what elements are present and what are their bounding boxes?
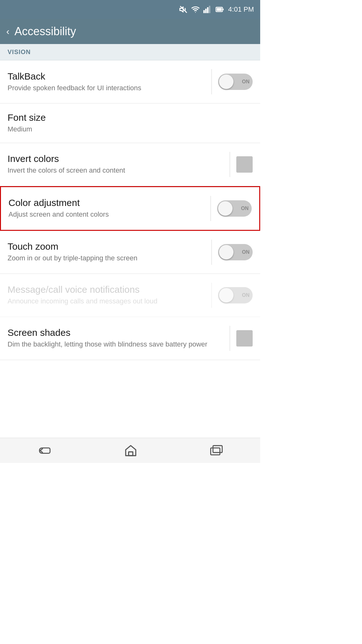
screen-shades-item[interactable]: Screen shades Dim the backlight, letting… xyxy=(0,317,260,360)
nav-recents-button[interactable] xyxy=(210,445,224,457)
color-adjustment-control: OFF ON xyxy=(211,196,252,221)
toggle-on-label: ON xyxy=(242,79,250,85)
toggle-knob xyxy=(218,201,233,216)
toggle-knob xyxy=(219,288,233,303)
bottom-navigation xyxy=(0,438,260,463)
header: ‹ Accessibility xyxy=(0,19,260,44)
message-call-voice-text: Message/call voice notifications Announc… xyxy=(8,284,211,306)
screen-shades-title: Screen shades xyxy=(8,327,223,338)
svg-rect-8 xyxy=(222,9,224,10)
touch-zoom-item[interactable]: Touch zoom Zoom in or out by triple-tapp… xyxy=(0,231,260,274)
invert-colors-description: Invert the colors of screen and content xyxy=(8,166,223,175)
page-title: Accessibility xyxy=(14,25,76,38)
divider xyxy=(211,69,212,94)
touch-zoom-title: Touch zoom xyxy=(8,241,205,252)
screen-shades-control xyxy=(230,326,253,351)
divider xyxy=(211,196,211,221)
svg-rect-10 xyxy=(211,448,220,455)
talkback-item[interactable]: TalkBack Provide spoken feedback for UI … xyxy=(0,60,260,103)
screen-shades-description: Dim the backlight, letting those with bl… xyxy=(8,340,223,349)
toggle-on-label: ON xyxy=(242,249,250,255)
touch-zoom-control: OFF ON xyxy=(211,240,253,265)
invert-colors-checkbox[interactable] xyxy=(236,156,253,173)
status-time: 4:01 PM xyxy=(228,5,254,14)
invert-colors-title: Invert colors xyxy=(8,153,223,164)
invert-colors-item[interactable]: Invert colors Invert the colors of scree… xyxy=(0,143,260,186)
status-bar: 4:01 PM xyxy=(0,0,260,19)
divider xyxy=(230,152,230,177)
message-call-voice-control: OFF ON xyxy=(211,283,253,308)
svg-rect-5 xyxy=(209,6,211,13)
wifi-icon xyxy=(191,5,200,14)
talkback-title: TalkBack xyxy=(8,71,205,82)
font-size-item[interactable]: Font size Medium xyxy=(0,103,260,143)
svg-rect-4 xyxy=(207,7,209,13)
message-call-voice-toggle[interactable]: OFF ON xyxy=(218,287,253,303)
invert-colors-control xyxy=(230,152,253,177)
message-call-voice-title: Message/call voice notifications xyxy=(8,284,205,295)
font-size-value: Medium xyxy=(8,125,246,134)
talkback-description: Provide spoken feedback for UI interacti… xyxy=(8,84,205,93)
talkback-toggle[interactable]: OFF ON xyxy=(218,74,253,90)
vision-section-title: VISION xyxy=(8,48,31,55)
toggle-on-label: ON xyxy=(242,292,250,298)
message-call-voice-description: Announce incoming calls and messages out… xyxy=(8,297,205,306)
status-icons: 4:01 PM xyxy=(179,5,254,14)
battery-icon xyxy=(215,5,225,14)
svg-rect-7 xyxy=(217,8,222,11)
toggle-knob xyxy=(219,75,233,89)
svg-rect-9 xyxy=(129,452,133,456)
screen-shades-text: Screen shades Dim the backlight, letting… xyxy=(8,327,230,349)
talkback-text: TalkBack Provide spoken feedback for UI … xyxy=(8,71,211,93)
font-size-text: Font size Medium xyxy=(8,112,253,134)
nav-home-button[interactable] xyxy=(124,444,137,457)
mute-icon xyxy=(179,5,188,14)
touch-zoom-description: Zoom in or out by triple-tapping the scr… xyxy=(8,254,205,263)
color-adjustment-item[interactable]: Color adjustment Adjust screen and conte… xyxy=(0,186,260,231)
color-adjustment-text: Color adjustment Adjust screen and conte… xyxy=(8,197,211,219)
toggle-knob xyxy=(219,245,233,259)
svg-rect-3 xyxy=(205,9,207,13)
divider xyxy=(211,240,212,265)
svg-rect-11 xyxy=(213,446,222,452)
screen-shades-checkbox[interactable] xyxy=(236,330,253,347)
message-call-voice-item[interactable]: Message/call voice notifications Announc… xyxy=(0,274,260,317)
touch-zoom-toggle[interactable]: OFF ON xyxy=(218,244,253,260)
divider xyxy=(211,283,212,308)
font-size-title: Font size xyxy=(8,112,246,123)
color-adjustment-description: Adjust screen and content colors xyxy=(8,210,204,219)
svg-rect-2 xyxy=(203,10,205,13)
invert-colors-text: Invert colors Invert the colors of scree… xyxy=(8,153,230,175)
vision-section-header: VISION xyxy=(0,44,260,60)
back-button[interactable]: ‹ xyxy=(6,26,9,37)
color-adjustment-toggle[interactable]: OFF ON xyxy=(217,200,252,217)
svg-point-1 xyxy=(195,12,196,13)
talkback-control: OFF ON xyxy=(211,69,253,94)
toggle-on-label: ON xyxy=(241,206,249,211)
nav-back-button[interactable] xyxy=(36,445,52,457)
touch-zoom-text: Touch zoom Zoom in or out by triple-tapp… xyxy=(8,241,211,263)
signal-icon xyxy=(203,5,212,14)
divider xyxy=(230,326,230,351)
color-adjustment-title: Color adjustment xyxy=(8,197,204,208)
